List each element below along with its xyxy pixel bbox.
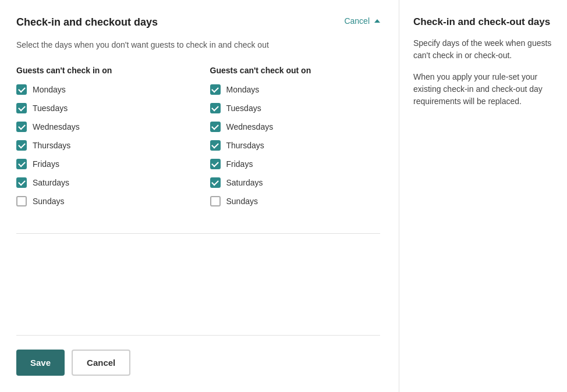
checkin-fridays[interactable]: Fridays <box>16 159 187 169</box>
checkout-column: Guests can't check out on Mondays Tuesda… <box>210 66 381 215</box>
checkin-column: Guests can't check in on Mondays Tuesday… <box>16 66 187 215</box>
checkout-tuesdays-checkbox[interactable] <box>210 103 221 113</box>
sidebar-panel: Check-in and check-out days Specify days… <box>399 0 567 392</box>
checkout-saturdays[interactable]: Saturdays <box>210 177 381 188</box>
checkin-saturdays[interactable]: Saturdays <box>16 177 187 188</box>
checkin-tuesdays[interactable]: Tuesdays <box>16 103 187 113</box>
checkout-fridays[interactable]: Fridays <box>210 159 381 169</box>
checkout-wednesdays-label: Wednesdays <box>226 122 274 131</box>
checkin-fridays-checkbox[interactable] <box>16 159 27 169</box>
top-cancel-link[interactable]: Cancel <box>344 16 380 26</box>
checkout-saturdays-label: Saturdays <box>226 178 263 187</box>
save-button[interactable]: Save <box>16 350 65 376</box>
checkout-mondays[interactable]: Mondays <box>210 84 381 95</box>
checkin-fridays-label: Fridays <box>33 159 59 169</box>
checkin-mondays-checkbox[interactable] <box>16 84 27 95</box>
checkout-fridays-label: Fridays <box>226 159 253 169</box>
checkin-saturdays-label: Saturdays <box>33 178 69 187</box>
checkin-thursdays[interactable]: Thursdays <box>16 140 187 151</box>
checkout-thursdays-label: Thursdays <box>226 141 264 150</box>
checkin-wednesdays-checkbox[interactable] <box>16 122 27 132</box>
cancel-button[interactable]: Cancel <box>72 350 130 376</box>
checkin-sundays-label: Sundays <box>33 197 64 206</box>
checkout-tuesdays-label: Tuesdays <box>226 104 261 113</box>
checkin-tuesdays-label: Tuesdays <box>33 104 68 113</box>
sidebar-title: Check-in and check-out days <box>413 16 553 28</box>
section-divider <box>16 233 380 234</box>
checkin-mondays[interactable]: Mondays <box>16 84 187 95</box>
checkout-mondays-label: Mondays <box>226 85 260 94</box>
checkout-sundays-checkbox[interactable] <box>210 196 221 206</box>
checkout-wednesdays[interactable]: Wednesdays <box>210 122 381 132</box>
checkin-saturdays-checkbox[interactable] <box>16 177 27 188</box>
checkin-sundays[interactable]: Sundays <box>16 196 187 206</box>
checkin-tuesdays-checkbox[interactable] <box>16 103 27 113</box>
footer-divider <box>16 335 380 336</box>
checkin-sundays-checkbox[interactable] <box>16 196 27 206</box>
checkout-mondays-checkbox[interactable] <box>210 84 221 95</box>
columns-container: Guests can't check in on Mondays Tuesday… <box>16 66 380 215</box>
sidebar-text-2: When you apply your rule-set your existi… <box>413 71 553 108</box>
checkin-mondays-label: Mondays <box>33 85 66 94</box>
page-subtitle: Select the days when you don't want gues… <box>16 40 380 49</box>
checkout-column-title: Guests can't check out on <box>210 66 381 75</box>
checkout-fridays-checkbox[interactable] <box>210 159 221 169</box>
checkin-thursdays-label: Thursdays <box>33 141 70 150</box>
sidebar-text-1: Specify days of the week when guests can… <box>413 37 553 62</box>
checkin-column-title: Guests can't check in on <box>16 66 187 75</box>
chevron-up-icon <box>374 19 380 23</box>
action-buttons: Save Cancel <box>16 350 380 392</box>
checkin-wednesdays[interactable]: Wednesdays <box>16 122 187 132</box>
checkout-thursdays-checkbox[interactable] <box>210 140 221 151</box>
checkout-tuesdays[interactable]: Tuesdays <box>210 103 381 113</box>
page-title: Check-in and checkout days <box>16 16 158 28</box>
checkin-thursdays-checkbox[interactable] <box>16 140 27 151</box>
checkout-sundays-label: Sundays <box>226 197 258 206</box>
footer-area: Save Cancel <box>16 335 380 392</box>
main-panel: Check-in and checkout days Cancel Select… <box>0 0 399 392</box>
checkout-saturdays-checkbox[interactable] <box>210 177 221 188</box>
checkout-thursdays[interactable]: Thursdays <box>210 140 381 151</box>
checkout-sundays[interactable]: Sundays <box>210 196 381 206</box>
checkout-wednesdays-checkbox[interactable] <box>210 122 221 132</box>
checkin-wednesdays-label: Wednesdays <box>33 122 80 131</box>
